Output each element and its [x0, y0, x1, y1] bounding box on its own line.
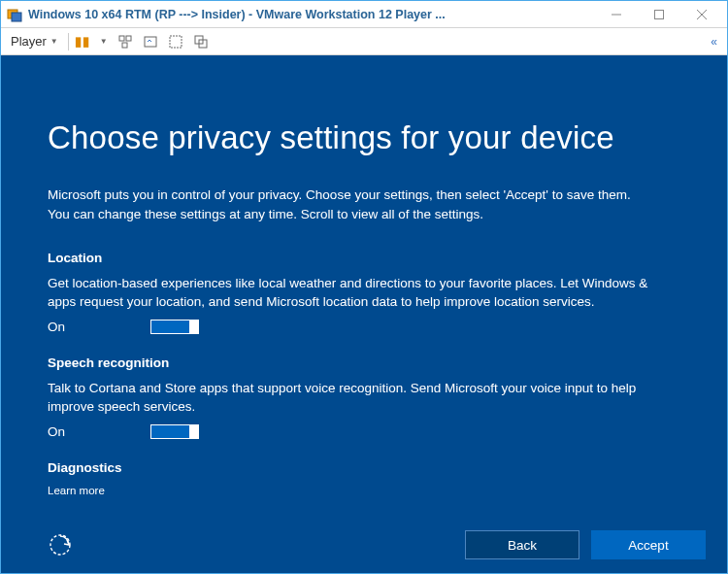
speech-toggle[interactable]: [150, 424, 199, 439]
vmware-titlebar: Windows 10 x64 RTM (RP ---> Insider) - V…: [1, 1, 727, 28]
svg-rect-6: [119, 36, 124, 41]
player-menu[interactable]: Player ▼: [7, 32, 62, 51]
close-button[interactable]: [680, 1, 723, 28]
window-controls: [595, 1, 723, 28]
svg-rect-8: [122, 43, 127, 48]
accept-button[interactable]: Accept: [591, 530, 706, 559]
svg-rect-3: [655, 10, 664, 18]
ease-of-access-icon[interactable]: [48, 532, 73, 557]
maximize-button[interactable]: [638, 1, 680, 28]
unity-icon[interactable]: [193, 34, 209, 50]
guest-screen: Choose privacy settings for your device …: [1, 55, 727, 573]
vmware-toolbar: Player ▼ ▮▮ ▼ «: [1, 28, 727, 55]
location-toggle[interactable]: [150, 320, 199, 334]
section-title-speech: Speech recognition: [48, 355, 680, 370]
section-title-location: Location: [48, 251, 680, 265]
svg-rect-10: [170, 36, 182, 48]
page-intro: Microsoft puts you in control of your pr…: [48, 186, 649, 223]
learn-more-link[interactable]: Learn more: [48, 485, 680, 496]
dropdown-icon[interactable]: ▼: [100, 37, 108, 46]
toggle-state-label: On: [48, 424, 65, 439]
player-menu-label: Player: [11, 34, 47, 49]
svg-rect-9: [145, 37, 156, 47]
dropdown-icon: ▼: [50, 37, 58, 46]
section-title-diagnostics: Diagnostics: [48, 460, 680, 475]
svg-rect-1: [12, 13, 21, 21]
collapse-toolbar-icon[interactable]: «: [711, 35, 721, 49]
toggle-row-speech: On: [48, 424, 680, 439]
svg-rect-7: [126, 36, 131, 41]
section-desc-speech: Talk to Cortana and Store apps that supp…: [48, 380, 649, 417]
snapshot-icon[interactable]: [143, 34, 158, 50]
back-button[interactable]: Back: [465, 530, 579, 559]
send-ctrl-alt-del-icon[interactable]: [117, 34, 133, 50]
window-title: Windows 10 x64 RTM (RP ---> Insider) - V…: [28, 8, 595, 21]
page-title: Choose privacy settings for your device: [48, 119, 680, 156]
vmware-app-icon: [7, 7, 22, 22]
minimize-button[interactable]: [595, 1, 638, 28]
section-desc-location: Get location-based experiences like loca…: [48, 275, 649, 312]
footer-bar: Back Accept: [48, 530, 706, 559]
fullscreen-icon[interactable]: [168, 34, 183, 50]
pause-icon[interactable]: ▮▮: [75, 34, 90, 50]
toggle-state-label: On: [48, 320, 65, 334]
toggle-row-location: On: [48, 320, 680, 334]
toolbar-separator: [68, 33, 69, 51]
